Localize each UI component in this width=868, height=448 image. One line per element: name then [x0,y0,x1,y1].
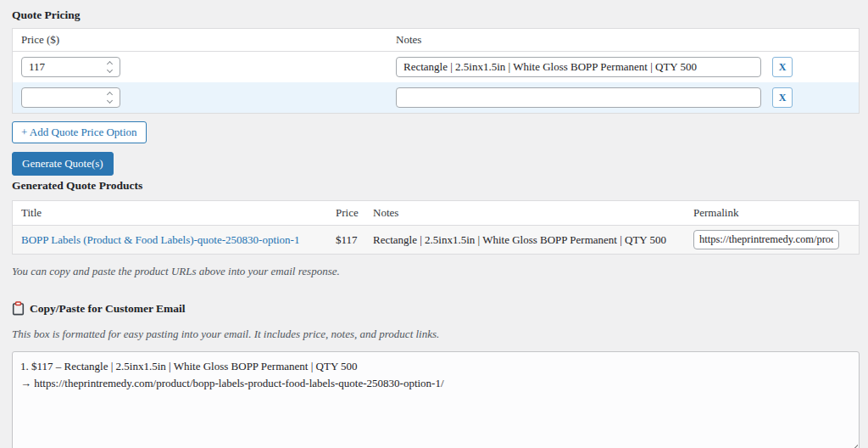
quote-pricing-table-header: Price ($) Notes [13,29,859,52]
table-row: BOPP Labels (Product & Food Labels)-quot… [13,226,859,254]
title-column-header: Title [21,206,336,220]
generated-quote-products-heading: Generated Quote Products [12,179,860,193]
price-input-wrap [21,57,120,77]
price-option-row: X [13,52,859,82]
notes-column-header: Notes [373,206,693,220]
email-box-description: This box is formatted for easy pasting i… [12,328,860,341]
price-column-header: Price ($) [21,33,396,47]
add-quote-price-option-button[interactable]: + Add Quote Price Option [12,121,147,143]
number-spinner-icon[interactable] [103,60,116,74]
email-copy-area-wrap: 1. $117 – Rectangle | 2.5inx1.5in | Whit… [12,351,860,448]
remove-price-option-button[interactable]: X [772,57,793,77]
remove-price-option-button[interactable]: X [772,87,793,108]
generate-quotes-button[interactable]: Generate Quote(s) [12,152,114,176]
product-notes: Rectangle | 2.5inx1.5in | White Gloss BO… [373,233,693,247]
clipboard-icon [12,301,25,316]
generated-products-table-header: Title Price Notes Permalink [13,201,859,226]
notes-input[interactable] [396,57,761,77]
copy-paste-email-title: Copy/Paste for Customer Email [30,302,186,316]
permalink-input[interactable] [693,230,839,249]
copy-paste-email-heading: Copy/Paste for Customer Email [12,301,860,316]
notes-input[interactable] [396,87,761,108]
price-input-wrap [21,87,120,108]
price-input[interactable] [29,91,103,104]
product-title-link[interactable]: BOPP Labels (Product & Food Labels)-quot… [21,233,299,246]
price-column-header: Price [336,206,373,220]
permalink-column-header: Permalink [693,206,850,220]
notes-column-header: Notes [396,33,421,47]
quote-editor-page: Quote Pricing Price ($) Notes X [0,0,868,448]
email-copy-textarea[interactable]: 1. $117 – Rectangle | 2.5inx1.5in | Whit… [12,351,860,448]
price-input[interactable] [29,60,103,74]
quote-pricing-heading: Quote Pricing [12,8,860,22]
price-option-row: X [13,82,859,113]
number-spinner-icon[interactable] [103,91,116,104]
copy-urls-hint: You can copy and paste the product URLs … [12,265,860,278]
quote-pricing-table: Price ($) Notes X [12,28,860,114]
generated-products-table: Title Price Notes Permalink BOPP Labels … [12,200,860,255]
product-price: $117 [336,233,373,247]
